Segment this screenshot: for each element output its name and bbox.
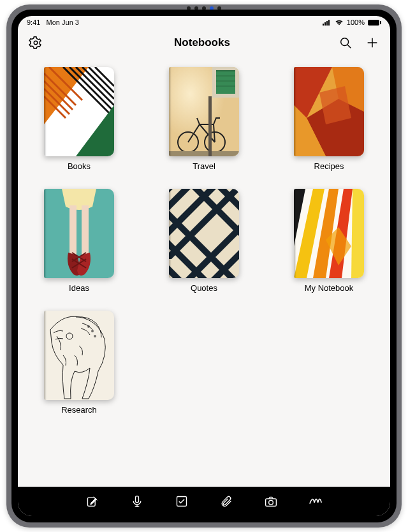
svg-point-4 <box>34 41 38 45</box>
add-button[interactable] <box>365 35 380 50</box>
camera-button[interactable] <box>263 493 279 510</box>
notebook-label: Books <box>68 161 91 171</box>
paperclip-icon <box>220 495 233 508</box>
svg-rect-34 <box>169 151 239 156</box>
notebook-label: Travel <box>193 161 215 171</box>
svg-rect-72 <box>266 499 277 506</box>
notebook-cover <box>44 311 114 400</box>
svg-point-73 <box>269 500 273 505</box>
ipad-frame: 9:41 Mon Jun 3 100% <box>6 4 402 528</box>
plus-icon <box>365 36 379 50</box>
svg-rect-43 <box>69 205 76 255</box>
notebook-grid: Books <box>18 57 390 487</box>
gear-icon <box>29 36 43 50</box>
notebook-cover <box>169 189 239 278</box>
svg-rect-0 <box>323 24 324 26</box>
svg-point-68 <box>94 335 96 337</box>
status-date: Mon Jun 3 <box>47 18 79 26</box>
svg-rect-35 <box>208 96 212 156</box>
page-title: Notebooks <box>174 36 230 49</box>
battery-icon <box>368 20 381 26</box>
svg-rect-1 <box>324 22 326 26</box>
svg-rect-3 <box>328 20 330 26</box>
svg-rect-27 <box>216 71 235 94</box>
svg-rect-64 <box>44 311 114 400</box>
app-header: Notebooks <box>18 29 390 57</box>
notebook-cover <box>169 67 239 156</box>
compose-icon <box>86 495 99 508</box>
notebook-cover <box>294 67 364 156</box>
notebook-label: Recipes <box>314 161 344 171</box>
bezel: 9:41 Mon Jun 3 100% <box>11 10 397 522</box>
notebook-item[interactable]: Ideas <box>36 189 122 293</box>
svg-point-67 <box>91 330 94 332</box>
notebook-label: Quotes <box>191 283 217 293</box>
bottom-toolbar <box>18 487 390 516</box>
status-left: 9:41 Mon Jun 3 <box>27 18 79 26</box>
notebook-cover <box>44 189 114 278</box>
battery-percent: 100% <box>347 18 365 26</box>
svg-point-5 <box>341 38 349 46</box>
microphone-icon <box>131 495 143 508</box>
notebook-cover <box>44 67 114 156</box>
settings-button[interactable] <box>28 35 43 50</box>
svg-point-66 <box>87 325 90 328</box>
notebook-item[interactable]: Travel <box>161 67 247 171</box>
status-right: 100% <box>323 18 381 26</box>
status-time: 9:41 <box>27 18 40 26</box>
notebook-label: My Notebook <box>305 283 354 293</box>
notebook-label: Ideas <box>69 283 89 293</box>
mic-button[interactable] <box>129 493 145 510</box>
notebook-item[interactable]: Books <box>36 67 122 171</box>
svg-rect-2 <box>326 21 328 26</box>
svg-line-6 <box>347 45 351 48</box>
notebook-label: Research <box>61 405 97 415</box>
sketch-button[interactable] <box>307 493 324 510</box>
attach-button[interactable] <box>218 493 235 510</box>
checklist-button[interactable] <box>173 493 190 510</box>
scribble-icon <box>309 495 323 508</box>
svg-rect-44 <box>82 205 89 255</box>
notebook-item[interactable]: Quotes <box>161 189 247 293</box>
svg-marker-62 <box>351 189 364 278</box>
notebook-item[interactable]: My Notebook <box>286 189 372 293</box>
svg-rect-70 <box>136 496 139 503</box>
notebook-item[interactable]: Research <box>36 311 122 415</box>
search-button[interactable] <box>338 35 353 50</box>
notebook-cover <box>294 189 364 278</box>
signal-icon <box>323 19 332 26</box>
status-bar: 9:41 Mon Jun 3 100% <box>18 16 390 29</box>
notebook-item[interactable]: Recipes <box>286 67 372 171</box>
search-icon <box>339 36 353 50</box>
screen: 9:41 Mon Jun 3 100% <box>18 16 390 516</box>
compose-button[interactable] <box>84 493 101 510</box>
checklist-icon <box>175 495 188 508</box>
camera-icon <box>265 495 277 508</box>
wifi-icon <box>335 19 344 26</box>
